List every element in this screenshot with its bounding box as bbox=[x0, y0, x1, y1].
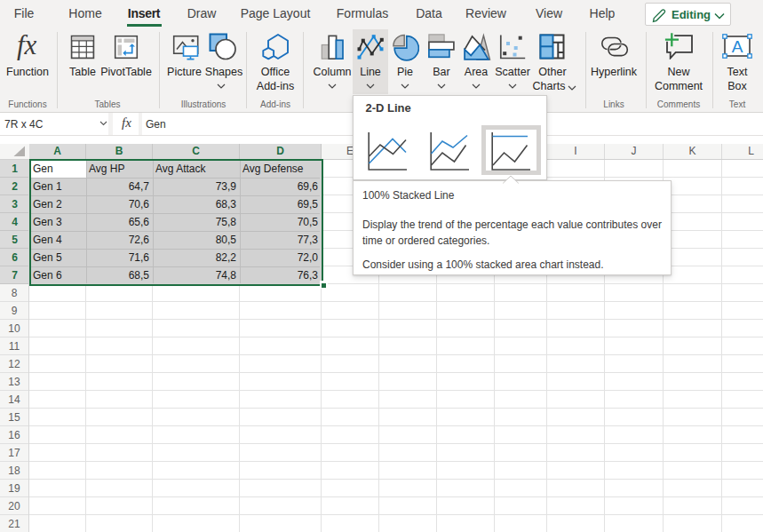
svg-text:A: A bbox=[732, 37, 743, 56]
